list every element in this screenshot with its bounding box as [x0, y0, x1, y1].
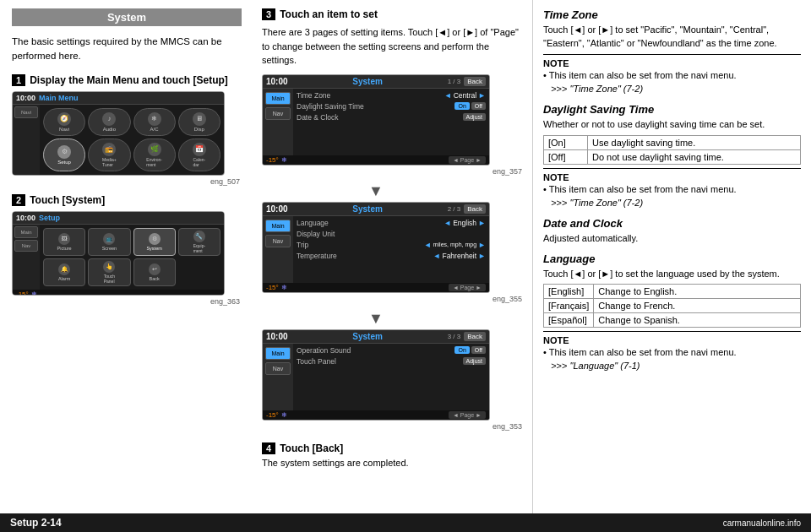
- trip-right-arrow[interactable]: ►: [478, 241, 486, 249]
- table-row: [Français] Change to French.: [544, 299, 801, 313]
- sys2-page-btn[interactable]: ◄ Page ►: [449, 284, 486, 291]
- sys1-back[interactable]: Back: [464, 77, 486, 86]
- lang-left-arrow[interactable]: ◄: [444, 219, 451, 227]
- touchpanel-adjust-btn[interactable]: Adjust: [463, 357, 486, 365]
- sys3-row-opsound: Operation Sound On Off: [297, 346, 486, 355]
- setup-sidebar-nav[interactable]: Nav: [14, 240, 38, 252]
- sys2-caption: eng_355: [262, 295, 524, 303]
- setup-footer-ice: ❄: [31, 290, 37, 296]
- table-row: [On] Use daylight saving time.: [544, 135, 801, 149]
- main-menu-time: 10:00: [16, 94, 35, 102]
- sys3-ice: ❄: [281, 411, 287, 419]
- sys2-row-language: Language ◄ English ►: [297, 219, 486, 227]
- setup-icon-back[interactable]: ↩Back: [133, 258, 176, 286]
- sys1-row-clock: Date & Clock Adjust: [297, 113, 486, 122]
- tz-value: Central: [454, 91, 476, 100]
- setup-icon-system[interactable]: ⚙System: [133, 228, 176, 256]
- middle-column: 3 Touch an item to set There are 3 pages…: [253, 0, 532, 513]
- dst-table: [On] Use daylight saving time. [Off] Do …: [543, 135, 801, 165]
- lang-spanish-label: [Español]: [544, 313, 594, 328]
- opsound-off-btn[interactable]: Off: [471, 346, 486, 354]
- opsound-on-btn[interactable]: On: [454, 346, 469, 354]
- lang-spanish-value: Change to Spanish.: [594, 313, 801, 328]
- temp-value: Fahrenheit: [442, 252, 476, 260]
- sys1-sidebar-nav[interactable]: Nav: [265, 107, 291, 120]
- step3-intro: There are 3 pages of setting items. Touc…: [262, 25, 524, 68]
- lang-value: English: [453, 219, 476, 227]
- temp-right-arrow[interactable]: ►: [478, 252, 486, 260]
- step1-screen: 10:00 Main Menu Navi 🧭Navi ♪Audio ❄A/C 🖥…: [12, 91, 225, 176]
- setup-icon-picture[interactable]: 🖼Picture: [43, 228, 85, 256]
- setup-icon-alarm[interactable]: 🔔Alarm: [43, 258, 85, 286]
- step3-num: 3: [262, 8, 275, 20]
- main-sidebar-navi[interactable]: Navi: [14, 106, 38, 118]
- clock-heading: Date and Clock: [543, 217, 801, 230]
- sys1-title: System: [291, 77, 444, 86]
- tz-heading: Time Zone: [543, 8, 801, 21]
- sys2-sidebar-main[interactable]: Main: [265, 220, 291, 232]
- dst-on-label: [On]: [544, 135, 588, 149]
- setup-sidebar-main[interactable]: Main: [14, 226, 38, 238]
- sys1-page: 1 / 3: [448, 78, 461, 85]
- lang-note: NOTE • This item can also be set from th…: [543, 331, 801, 373]
- sys3-temp: -15°: [266, 411, 279, 419]
- arrow-down-1: ▼: [262, 182, 490, 200]
- main-menu-grid: 🧭Navi ♪Audio ❄A/C 🖥Disp ⚙Setup 📻Media+Tu…: [40, 105, 224, 175]
- step2-caption: eng_363: [12, 297, 242, 306]
- setup-icon-touchpanel[interactable]: 👆TouchPanel: [88, 258, 130, 286]
- sys2-temp: -15°: [266, 284, 279, 291]
- lang-english-value: Change to English.: [594, 285, 801, 299]
- menu-icon-environ[interactable]: 🌿Environ-ment: [133, 138, 176, 171]
- step4-text: The system settings are completed.: [262, 458, 524, 468]
- sys3-back[interactable]: Back: [464, 332, 486, 341]
- sys1-page-btn[interactable]: ◄ Page ►: [449, 156, 486, 164]
- system-screen-2: 10:00 System 2 / 3 Back Main Nav Languag…: [262, 202, 490, 293]
- setup-icon-equipment[interactable]: 🔧Equip-ment: [178, 228, 220, 256]
- dst-body: Whether or not to use daylight saving ti…: [543, 118, 801, 132]
- sys1-sidebar-main[interactable]: Main: [265, 92, 291, 105]
- menu-icon-media[interactable]: 📻Media+Tuner: [88, 138, 130, 171]
- trip-left-arrow[interactable]: ◄: [424, 241, 432, 249]
- lang-body: Touch [◄] or [►] to set the language use…: [543, 268, 801, 281]
- setup-title: Setup: [39, 214, 60, 222]
- sys2-row-temp: Temperature ◄ Fahrenheit ►: [297, 252, 486, 260]
- lang-right-arrow[interactable]: ►: [478, 219, 486, 227]
- tz-right-arrow[interactable]: ►: [478, 91, 486, 100]
- sys1-ice: ❄: [281, 156, 287, 164]
- dst-off-btn[interactable]: Off: [471, 102, 486, 110]
- sys2-sidebar-nav[interactable]: Nav: [265, 235, 291, 247]
- dst-on-value: Use daylight saving time.: [588, 135, 801, 149]
- menu-icon-disp[interactable]: 🖥Disp: [178, 108, 220, 136]
- step4-num: 4: [262, 442, 275, 454]
- sys1-row-dst: Daylight Saving Time On Off: [297, 102, 486, 111]
- sys3-page-btn[interactable]: ◄ Page ►: [449, 411, 486, 419]
- tz-left-arrow[interactable]: ◄: [444, 91, 452, 100]
- lang-english-label: [English]: [544, 285, 594, 299]
- sys2-time: 10:00: [266, 204, 288, 214]
- system-screen-3: 10:00 System 3 / 3 Back Main Nav Operati…: [262, 329, 490, 421]
- system-screen-1: 10:00 System 1 / 3 Back Main Nav Time Zo…: [262, 74, 490, 166]
- step1-num: 1: [12, 74, 25, 86]
- sys3-sidebar-nav[interactable]: Nav: [265, 362, 291, 375]
- menu-icon-calendar[interactable]: 📅Calen-dar: [178, 138, 220, 171]
- menu-icon-navi[interactable]: 🧭Navi: [43, 108, 85, 136]
- lang-table: [English] Change to English. [Français] …: [543, 284, 801, 328]
- clock-adjust-btn[interactable]: Adjust: [463, 113, 486, 121]
- lang-french-label: [Français]: [544, 299, 594, 313]
- dst-on-btn[interactable]: On: [454, 102, 469, 110]
- setup-footer-temp: -15°: [16, 290, 29, 296]
- sys2-page: 2 / 3: [448, 205, 461, 213]
- section-title: System: [12, 8, 242, 26]
- menu-icon-audio[interactable]: ♪Audio: [88, 108, 130, 136]
- sys2-row-trip: Trip ◄ miles, mph, mpg ►: [297, 241, 486, 249]
- menu-icon-ac[interactable]: ❄A/C: [133, 108, 176, 136]
- menu-icon-setup[interactable]: ⚙Setup: [43, 138, 85, 171]
- sys3-sidebar-main[interactable]: Main: [265, 347, 291, 360]
- setup-time: 10:00: [16, 214, 35, 222]
- temp-left-arrow[interactable]: ◄: [433, 252, 441, 260]
- step3-title: Touch an item to set: [280, 8, 378, 20]
- sys2-back[interactable]: Back: [464, 204, 486, 214]
- sys1-caption: eng_357: [262, 167, 524, 176]
- setup-icon-screen[interactable]: 📺Screen: [88, 228, 130, 256]
- sys2-title: System: [291, 204, 444, 214]
